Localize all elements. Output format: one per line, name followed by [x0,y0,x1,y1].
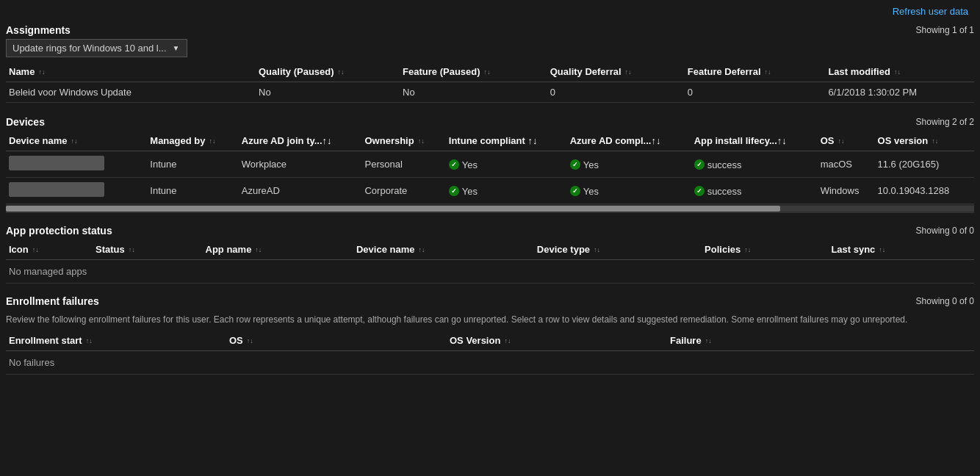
app-col-policies: Policies↑↓ [702,239,828,260]
sort-icon: ↑↓ [484,68,491,76]
chevron-down-icon: ▼ [173,44,180,52]
assignments-col-last-modified: Last modified↑↓ [825,62,974,82]
sort-icon: ↑↓ [894,68,901,76]
blurred-device-name [9,156,104,170]
sort-icon: ↑↓ [86,337,93,345]
cell-os: macOS [818,151,875,178]
assignments-dropdown[interactable]: Update rings for Windows 10 and l... ▼ [6,39,187,57]
no-managed-apps: No managed apps [6,260,974,284]
cell-managed-by: Intune [147,178,239,204]
table-row[interactable]: Beleid voor Windows Update No No 0 0 6/1… [6,82,974,103]
app-protection-showing: Showing 0 of 0 [916,226,974,236]
check-icon [694,186,705,196]
horizontal-scrollbar[interactable] [6,204,974,213]
sort-icon: ↑↓ [209,137,215,145]
assignments-col-quality: Quality (Paused)↑↓ [256,62,400,82]
app-protection-title: App protection status [6,225,112,237]
scrollbar-track [6,206,974,212]
cell-os-version: 11.6 (20G165) [875,151,974,178]
assignments-col-name: Name↑↓ [6,62,256,82]
devices-col-os: OS↑↓ [818,131,875,151]
table-row: No managed apps [6,260,974,284]
ef-col-enrollment-start: Enrollment start↑↓ [6,331,226,351]
devices-col-app-lifecycle: App install lifecy...↑↓ [691,131,818,151]
devices-tbody: Intune Workplace Personal Yes Yes [6,151,974,204]
ef-col-failure: Failure↑↓ [667,331,974,351]
intune-compliant-badge: Yes [449,186,478,197]
assignments-header: Assignments Showing 1 of 1 [6,20,974,39]
enrollment-failures-title: Enrollment failures [6,295,99,307]
devices-scroll-container[interactable]: Device name↑↓ Managed by↑↓ Azure AD join… [6,131,974,213]
check-icon [449,186,459,196]
sort-icon: ↑↓ [932,137,938,145]
devices-col-azure-join: Azure AD join ty...↑↓ [239,131,362,151]
sort-icon: ↑↓ [625,68,632,76]
app-col-last-sync: Last sync↑↓ [828,239,974,260]
sort-icon: ↑↓ [418,246,425,253]
sort-icon: ↑↓ [129,246,135,253]
blurred-device-name [9,182,104,197]
devices-col-managed: Managed by↑↓ [147,131,239,151]
ef-col-os-version: OS Version↑↓ [447,331,667,351]
app-protection-table: Icon↑↓ Status↑↓ App name↑↓ Device name↑↓… [6,239,974,284]
ef-col-os: OS↑↓ [226,331,447,351]
cell-os: Windows [818,178,875,204]
cell-last-modified: 6/1/2018 1:30:02 PM [825,82,974,103]
sort-icon: ↑↓ [418,137,425,145]
top-bar: Refresh user data [0,0,980,20]
sort-icon: ↑↓ [38,68,45,76]
devices-col-os-version: OS version↑↓ [875,131,974,151]
enrollment-failures-showing: Showing 0 of 0 [916,296,974,306]
assignments-dropdown-value: Update rings for Windows 10 and l... [12,43,167,54]
assignments-section: Assignments Showing 1 of 1 Update rings … [0,20,980,103]
cell-quality-deferral: 0 [547,82,685,103]
app-protection-section: App protection status Showing 0 of 0 Ico… [0,220,980,284]
table-row[interactable]: Intune Workplace Personal Yes Yes [6,151,974,178]
intune-compliant-badge: Yes [449,159,478,170]
assignments-table: Name↑↓ Quality (Paused)↑↓ Feature (Pause… [6,62,974,103]
cell-ownership: Personal [361,151,445,178]
cell-name: Beleid voor Windows Update [6,82,256,103]
app-protection-thead: Icon↑↓ Status↑↓ App name↑↓ Device name↑↓… [6,239,974,260]
check-icon [570,186,580,196]
cell-intune-compliant: Yes [446,151,567,178]
sort-icon: ↑↓ [705,337,712,345]
cell-os-version: 10.0.19043.1288 [875,178,974,204]
cell-device-name [6,178,147,204]
app-col-device-name: Device name↑↓ [353,239,534,260]
devices-header: Devices Showing 2 of 2 [6,112,974,131]
cell-quality-paused: No [256,82,400,103]
sort-icon: ↑↓ [879,246,885,253]
devices-col-azure-compl: Azure AD compl...↑↓ [567,131,691,151]
check-icon [570,159,580,170]
table-row: No failures [6,351,974,375]
cell-ownership: Corporate [361,178,445,204]
cell-app-lifecycle: success [691,151,818,178]
cell-feature-paused: No [400,82,547,103]
cell-azure-compl: Yes [567,151,691,178]
sort-icon: ↑↓ [744,246,751,253]
app-col-app-name: App name↑↓ [203,239,353,260]
assignments-tbody: Beleid voor Windows Update No No 0 0 6/1… [6,82,974,103]
scrollbar-thumb[interactable] [6,206,780,212]
devices-showing: Showing 2 of 2 [916,117,974,127]
app-col-device-type: Device type↑↓ [534,239,702,260]
no-failures: No failures [6,351,974,375]
devices-thead: Device name↑↓ Managed by↑↓ Azure AD join… [6,131,974,151]
enrollment-failures-description: Review the following enrollment failures… [6,310,961,331]
check-icon [449,159,459,170]
app-protection-tbody: No managed apps [6,260,974,284]
sort-icon: ↑↓ [255,246,262,253]
assignments-col-feature-deferral: Feature Deferral↑↓ [685,62,826,82]
sort-icon: ↑↓ [765,68,771,76]
app-protection-header: App protection status Showing 0 of 0 [6,220,974,239]
enrollment-failures-table: Enrollment start↑↓ OS↑↓ OS Version↑↓ Fai… [6,331,974,375]
table-row[interactable]: Intune AzureAD Corporate Yes Yes [6,178,974,204]
devices-col-intune: Intune compliant ↑↓ [446,131,567,151]
refresh-user-data-link[interactable]: Refresh user data [893,6,968,17]
app-lifecycle-badge: success [694,159,742,170]
sort-icon: ↑↓ [504,337,511,345]
enrollment-failures-section: Enrollment failures Showing 0 of 0 Revie… [0,291,980,375]
cell-managed-by: Intune [147,151,239,178]
assignments-showing: Showing 1 of 1 [916,25,974,35]
